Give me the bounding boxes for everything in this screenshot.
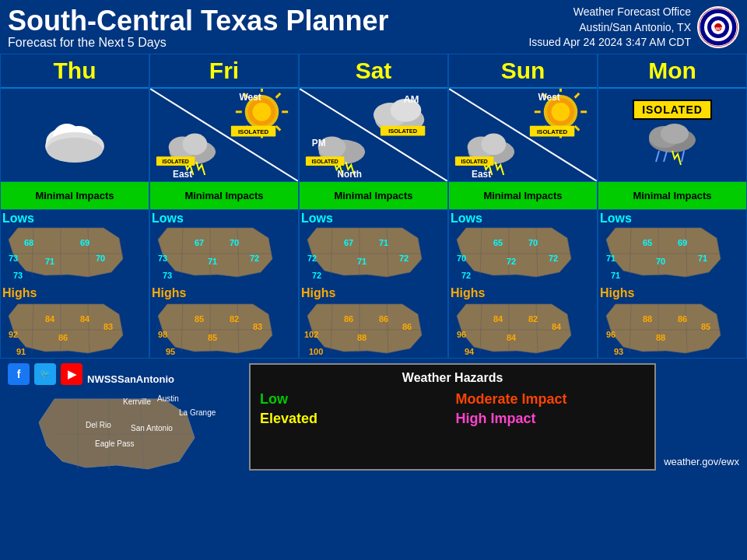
impact-label-thu: Minimal Impacts [1, 182, 149, 210]
day-label: Sat [356, 58, 392, 83]
day-header-fri: Fri [150, 54, 298, 89]
high-temp: 96 [457, 330, 466, 339]
tx-map-lows: 677172717272 [301, 224, 445, 280]
page-subtitle: Forecast for the Next 5 Days [8, 36, 388, 50]
twitter-icon[interactable]: 🐦 [34, 363, 56, 385]
low-temp: 73 [163, 271, 172, 280]
weather-icon-sun: ISOLATED West ISOLATED East [449, 89, 597, 182]
page-title: South-Central Texas Planner [8, 5, 388, 37]
weather-icon-fri: ISOLATED West ISOLATED East [150, 89, 298, 182]
svg-text:ISOLATED: ISOLATED [238, 128, 269, 135]
high-temp: 102 [304, 330, 318, 339]
social-handle: NWSSSanAntonio [87, 373, 174, 385]
low-temp: 72 [312, 271, 321, 280]
svg-marker-113 [606, 228, 721, 277]
temps-row-fri: Lows 677073717273 Highs 858283988595 [150, 210, 298, 358]
svg-line-59 [300, 89, 447, 181]
city-sanantonio: San Antonio [131, 424, 173, 432]
high-temp: 86 [678, 314, 687, 324]
day-label: Fri [209, 58, 239, 83]
temps-row-thu: Lows 686973717073 Highs 848483928691 [1, 210, 149, 358]
high-temp: 95 [166, 347, 175, 356]
day-header-mon: Mon [598, 54, 746, 89]
weather-icon-thu [1, 89, 149, 182]
high-temp: 86 [379, 314, 388, 324]
svg-text:ISOLATED: ISOLATED [311, 159, 338, 164]
forecast-grid: Thu Minimal Impacts Lows 686973717073 Hi… [0, 54, 747, 359]
facebook-icon[interactable]: f [8, 363, 30, 385]
low-temp: 72 [549, 254, 558, 263]
tx-map-highs: 888685968893 [600, 300, 744, 356]
temps-row-mon: Lows 656971707171 Highs 888685968893 [598, 210, 746, 358]
high-temp: 83 [103, 322, 113, 331]
low-temp: 70 [457, 254, 466, 263]
hazard-elevated-label: Elevated [260, 411, 450, 427]
svg-text:ISOLATED: ISOLATED [461, 159, 487, 164]
youtube-icon[interactable]: ▶ [61, 363, 82, 385]
low-temp: 70 [230, 238, 239, 247]
svg-point-86 [552, 103, 570, 121]
low-temp: 69 [80, 238, 89, 247]
high-temp: 84 [493, 314, 503, 324]
office-info: Weather Forecast Office Austin/San Anton… [528, 5, 691, 51]
high-temp: 84 [45, 314, 54, 324]
svg-text:PM: PM [312, 138, 326, 149]
low-temp: 72 [399, 254, 409, 263]
impact-label-fri: Minimal Impacts [150, 182, 298, 210]
low-temp: 69 [678, 238, 687, 247]
svg-point-93 [482, 133, 507, 155]
high-temp: 83 [253, 322, 262, 331]
high-temp: 86 [344, 314, 353, 324]
day-col-mon: Mon ISOLATED Minimal Impacts Lows 656971… [598, 54, 747, 359]
hazards-grid: Low Moderate Impact Elevated High Impact [260, 391, 645, 427]
low-temp: 71 [357, 257, 366, 266]
svg-marker-43 [158, 228, 272, 277]
tx-map-highs: 848483928691 [2, 300, 146, 356]
low-temp: 71 [45, 257, 54, 266]
website-url: weather.gov/ewx [664, 456, 739, 467]
hazard-low-label: Low [260, 391, 450, 408]
svg-text:ISOLATED: ISOLATED [537, 128, 568, 135]
footer: f 🐦 ▶ NWSSSanAntonio Kerrville Austin La… [0, 359, 747, 475]
tx-map-svg [8, 391, 226, 477]
day-label: Sun [501, 58, 545, 83]
impact-label-sun: Minimal Impacts [449, 182, 597, 210]
svg-point-32 [253, 103, 272, 121]
high-temp: 84 [507, 333, 516, 342]
svg-line-78 [575, 126, 580, 131]
footer-map: f 🐦 ▶ NWSSSanAntonio Kerrville Austin La… [8, 363, 241, 471]
impact-label-sat: Minimal Impacts [300, 182, 447, 210]
svg-point-39 [183, 133, 208, 155]
high-temp: 85 [208, 333, 217, 342]
high-temp: 92 [9, 330, 18, 339]
low-temp: 73 [13, 271, 23, 280]
high-temp: 86 [58, 333, 68, 342]
svg-line-30 [276, 93, 281, 98]
page-header: South-Central Texas Planner Forecast for… [0, 0, 747, 54]
svg-line-110 [656, 151, 659, 162]
high-temp: 91 [16, 347, 26, 356]
svg-text:ISOLATED: ISOLATED [162, 159, 188, 164]
day-label: Thu [54, 58, 96, 83]
highs-label: Highs [301, 286, 335, 300]
high-temp: 88 [656, 333, 665, 342]
day-col-thu: Thu Minimal Impacts Lows 686973717073 Hi… [0, 54, 149, 359]
low-temp: 71 [208, 257, 217, 266]
social-bar: f 🐦 ▶ NWSSSanAntonio [8, 363, 241, 388]
svg-marker-97 [457, 228, 571, 277]
low-temp: 70 [96, 254, 105, 263]
low-temp: 70 [528, 238, 538, 247]
svg-line-84 [575, 93, 580, 98]
low-temp: 70 [656, 257, 665, 266]
hazards-box: Weather Hazards Low Moderate Impact Elev… [249, 363, 656, 471]
day-col-fri: Fri ISOLATED West [149, 54, 299, 359]
low-temp: 65 [643, 238, 652, 247]
svg-text:West: West [240, 92, 261, 103]
day-header-thu: Thu [1, 54, 149, 89]
svg-text:NWS: NWS [714, 26, 723, 31]
low-temp: 71 [606, 254, 615, 263]
header-right: Weather Forecast Office Austin/San Anton… [528, 5, 739, 51]
weather-icon-mon: ISOLATED [598, 89, 746, 182]
high-temp: 98 [158, 330, 167, 339]
svg-line-111 [664, 151, 667, 162]
